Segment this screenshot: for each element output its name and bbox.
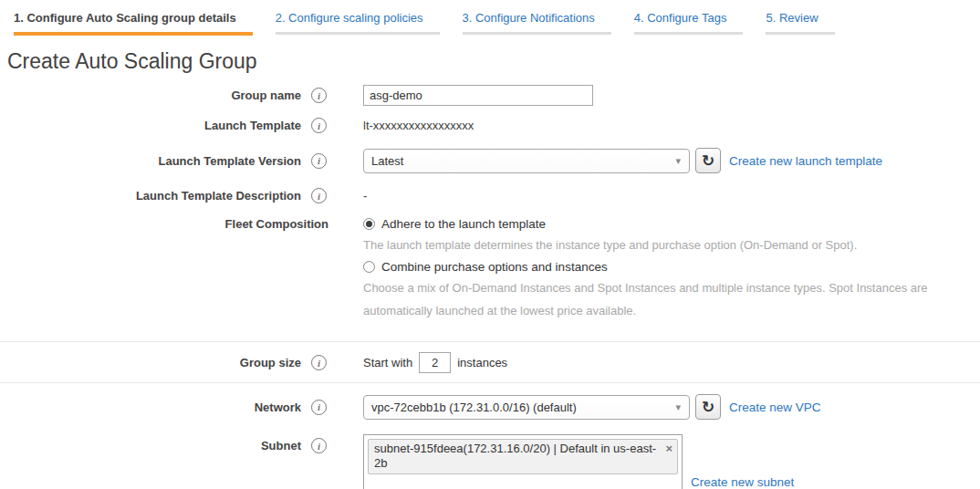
network-select[interactable]: vpc-72cebb1b (172.31.0.0/16) (default) ▾	[363, 395, 690, 420]
info-icon[interactable]: i	[311, 400, 327, 415]
chevron-down-icon: ▾	[667, 155, 689, 167]
refresh-vpcs-button[interactable]: ↻	[695, 394, 721, 420]
group-size-row: Group size i Start with instances	[0, 342, 980, 382]
launch-template-version-row: Launch Template Version i Latest ▾ ↻ Cre…	[0, 148, 980, 173]
radio-adhere-label: Adhere to the launch template	[381, 217, 546, 231]
group-name-label: Group name	[231, 88, 301, 102]
divider	[0, 382, 980, 383]
launch-template-description-row: Launch Template Description i -	[0, 188, 980, 203]
launch-template-description-label: Launch Template Description	[136, 189, 301, 203]
radio-button-icon	[363, 261, 375, 273]
group-size-input[interactable]	[419, 352, 451, 373]
create-vpc-link[interactable]: Create new VPC	[729, 401, 821, 414]
subnet-chip-label: subnet-915fdeea(172.31.16.0/20) | Defaul…	[374, 442, 658, 471]
create-launch-template-link[interactable]: Create new launch template	[729, 154, 882, 168]
info-icon[interactable]: i	[311, 438, 327, 453]
radio-combine-label: Combine purchase options and instances	[381, 260, 608, 274]
remove-subnet-icon[interactable]: ×	[665, 442, 672, 455]
radio-combine-purchase-options[interactable]: Combine purchase options and instances	[363, 260, 980, 274]
tab-scaling-policies[interactable]: 2. Configure scaling policies	[276, 8, 440, 35]
info-icon[interactable]: i	[311, 355, 327, 370]
info-icon[interactable]: i	[311, 188, 327, 203]
group-size-label: Group size	[240, 356, 301, 369]
network-row: Network i vpc-72cebb1b (172.31.0.0/16) (…	[0, 394, 980, 420]
tab-review[interactable]: 5. Review	[766, 8, 834, 35]
adhere-option-description: The launch template determines the insta…	[363, 234, 961, 256]
refresh-icon: ↻	[702, 153, 714, 169]
refresh-versions-button[interactable]: ↻	[695, 148, 721, 173]
launch-template-version-label: Launch Template Version	[158, 154, 301, 168]
info-icon[interactable]: i	[311, 118, 327, 133]
info-icon[interactable]: i	[311, 153, 327, 169]
radio-button-icon	[363, 218, 375, 230]
launch-template-version-select[interactable]: Latest ▾	[363, 149, 690, 173]
refresh-icon: ↻	[702, 400, 714, 415]
launch-template-row: Launch Template i lt-xxxxxxxxxxxxxxxxx	[0, 118, 980, 133]
tab-notifications[interactable]: 3. Configure Notifications	[463, 8, 611, 35]
group-size-suffix: instances	[457, 356, 507, 369]
subnet-chip: subnet-915fdeea(172.31.16.0/20) | Defaul…	[368, 439, 678, 474]
subnet-label: Subnet	[261, 439, 301, 453]
info-icon[interactable]: i	[311, 88, 327, 103]
group-name-row: Group name i	[0, 85, 980, 106]
tab-configure-details[interactable]: 1. Configure Auto Scaling group details	[14, 8, 253, 36]
selected-version: Latest	[364, 154, 667, 168]
selected-network: vpc-72cebb1b (172.31.0.0/16) (default)	[364, 401, 667, 414]
group-name-input[interactable]	[363, 85, 593, 106]
create-subnet-link[interactable]: Create new subnet	[691, 475, 794, 489]
subnet-row: Subnet i subnet-915fdeea(172.31.16.0/20)…	[0, 434, 980, 489]
radio-adhere-launch-template[interactable]: Adhere to the launch template	[363, 217, 980, 231]
launch-template-description-value: -	[363, 188, 367, 203]
launch-template-label: Launch Template	[204, 119, 301, 132]
group-size-prefix: Start with	[363, 356, 412, 369]
fleet-composition-label: Fleet Composition	[225, 217, 328, 231]
create-asg-page: 1. Configure Auto Scaling group details …	[0, 0, 980, 489]
combine-option-description: Choose a mix of On-Demand Instances and …	[363, 276, 961, 322]
page-title: Create Auto Scaling Group	[7, 49, 980, 74]
subnet-multiselect[interactable]: subnet-915fdeea(172.31.16.0/20) | Defaul…	[363, 434, 683, 489]
fleet-composition-row: Fleet Composition Adhere to the launch t…	[0, 215, 980, 326]
tab-tags[interactable]: 4. Configure Tags	[634, 8, 744, 35]
wizard-tabs: 1. Configure Auto Scaling group details …	[0, 0, 980, 36]
launch-template-id: lt-xxxxxxxxxxxxxxxxx	[363, 118, 474, 132]
chevron-down-icon: ▾	[667, 401, 689, 413]
network-label: Network	[255, 401, 301, 414]
